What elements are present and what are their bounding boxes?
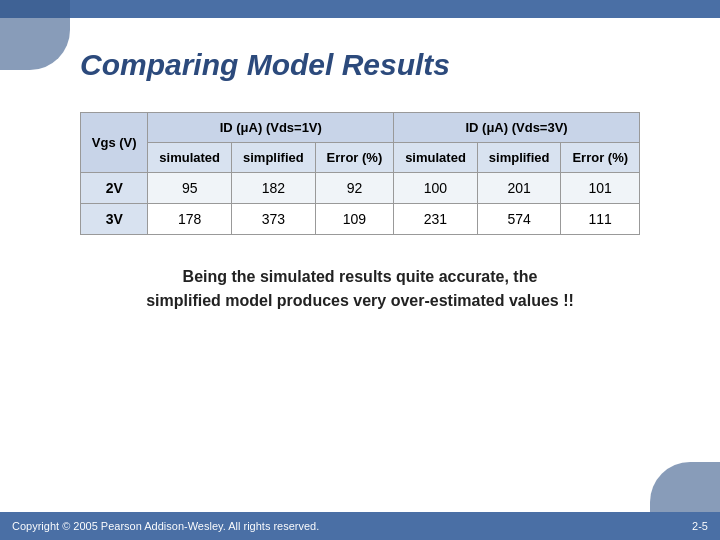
caption-line2: simplified model produces very over-esti… (80, 289, 640, 313)
col-group1-header: ID (μA) (Vds=1V) (148, 113, 394, 143)
caption-line1: Being the simulated results quite accura… (80, 265, 640, 289)
copyright-text: Copyright © 2005 Pearson Addison-Wesley.… (12, 520, 319, 532)
g2-sim-2v: 100 (394, 173, 478, 204)
comparison-table: Vgs (V) ID (μA) (Vds=1V) ID (μA) (Vds=3V… (80, 112, 640, 235)
g1-simp-2v: 182 (232, 173, 316, 204)
g1-sim-2v: 95 (148, 173, 232, 204)
top-bar (0, 0, 720, 18)
col-group2-header: ID (μA) (Vds=3V) (394, 113, 640, 143)
g2-err-3v: 111 (561, 204, 640, 235)
col-header-vgs: Vgs (V) (81, 113, 148, 173)
vgs-3v: 3V (81, 204, 148, 235)
caption-block: Being the simulated results quite accura… (80, 265, 640, 313)
g2-simp-3v: 574 (477, 204, 561, 235)
sub-header-g2-sim: simulated (394, 143, 478, 173)
g2-simp-2v: 201 (477, 173, 561, 204)
sub-header-g2-simp: simplified (477, 143, 561, 173)
sub-header-g1-simp: simplified (232, 143, 316, 173)
bottom-bar: Copyright © 2005 Pearson Addison-Wesley.… (0, 512, 720, 540)
g2-err-2v: 101 (561, 173, 640, 204)
g1-err-2v: 92 (315, 173, 393, 204)
g1-sim-3v: 178 (148, 204, 232, 235)
main-content: Comparing Model Results Vgs (V) ID (μA) … (0, 18, 720, 512)
g1-err-3v: 109 (315, 204, 393, 235)
table-row: 2V 95 182 92 100 201 101 (81, 173, 640, 204)
vgs-2v: 2V (81, 173, 148, 204)
sub-header-g1-err: Error (%) (315, 143, 393, 173)
sub-header-g2-err: Error (%) (561, 143, 640, 173)
table-row: 3V 178 373 109 231 574 111 (81, 204, 640, 235)
g2-sim-3v: 231 (394, 204, 478, 235)
page-title: Comparing Model Results (80, 48, 640, 82)
slide-number: 2-5 (692, 520, 708, 532)
g1-simp-3v: 373 (232, 204, 316, 235)
sub-header-g1-sim: simulated (148, 143, 232, 173)
